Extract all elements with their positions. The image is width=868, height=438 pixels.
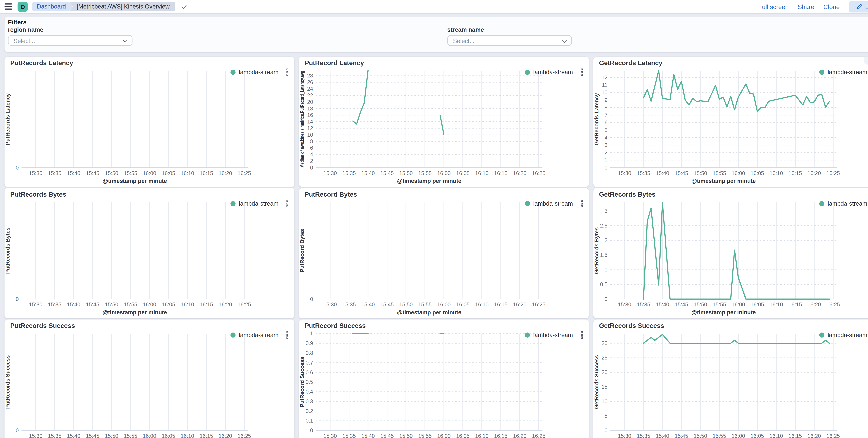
svg-text:16:15: 16:15: [788, 301, 802, 308]
svg-text:15:55: 15:55: [713, 301, 726, 308]
legend-series-label[interactable]: lambda-stream: [533, 200, 573, 207]
svg-text:0: 0: [310, 428, 313, 434]
panel-getrecords-success: GetRecords Success lambda-stream 0510152…: [593, 319, 868, 438]
hamburger-menu-icon[interactable]: [4, 4, 12, 9]
svg-text:16:05: 16:05: [751, 301, 764, 308]
legend-series-label[interactable]: lambda-stream: [828, 200, 867, 207]
legend-series-label[interactable]: lambda-stream: [239, 69, 278, 76]
legend: lambda-stream: [819, 331, 868, 339]
svg-text:16:20: 16:20: [807, 433, 821, 438]
svg-text:8: 8: [310, 139, 313, 145]
svg-text:16:15: 16:15: [494, 301, 507, 308]
svg-text:15:30: 15:30: [323, 301, 337, 308]
svg-text:15:45: 15:45: [86, 170, 99, 176]
svg-text:@timestamp per minute: @timestamp per minute: [397, 178, 461, 184]
svg-text:15:40: 15:40: [361, 301, 375, 308]
legend-series-label[interactable]: lambda-stream: [239, 331, 278, 338]
svg-text:15:50: 15:50: [399, 433, 413, 438]
svg-text:16:05: 16:05: [456, 433, 470, 438]
clone-button[interactable]: Clone: [824, 3, 840, 10]
svg-text:12: 12: [307, 125, 313, 131]
svg-text:16:25: 16:25: [827, 170, 840, 176]
svg-text:16:20: 16:20: [219, 301, 232, 308]
svg-text:2: 2: [310, 158, 313, 164]
svg-text:PutRecords Success: PutRecords Success: [5, 355, 11, 409]
svg-text:16:00: 16:00: [143, 301, 156, 308]
legend-series-dot: [525, 201, 530, 206]
region-name-select[interactable]: Select...: [8, 35, 133, 46]
panel-title[interactable]: GetRecords Success: [599, 322, 664, 329]
panel-title[interactable]: PutRecord Latency: [305, 59, 364, 66]
legend-series-label[interactable]: lambda-stream: [828, 331, 867, 338]
stream-name-select[interactable]: Select...: [447, 35, 572, 46]
svg-text:15:45: 15:45: [380, 301, 394, 308]
svg-text:16:25: 16:25: [532, 170, 546, 176]
svg-text:16:00: 16:00: [437, 301, 451, 308]
svg-text:0.3: 0.3: [306, 399, 313, 405]
svg-text:0: 0: [604, 296, 608, 302]
legend-series-label[interactable]: lambda-stream: [533, 331, 573, 338]
svg-text:16:10: 16:10: [770, 170, 783, 176]
svg-text:16:00: 16:00: [437, 433, 451, 438]
legend-actions-icon[interactable]: [580, 331, 583, 339]
svg-text:16:10: 16:10: [181, 433, 194, 438]
space-avatar[interactable]: D: [18, 1, 28, 12]
dashboard-app: D Dashboard [Metricbeat AWS] Kinesis Ove…: [0, 0, 868, 438]
svg-text:16:10: 16:10: [475, 433, 489, 438]
legend-actions-icon[interactable]: [286, 199, 289, 208]
svg-text:15:50: 15:50: [694, 433, 707, 438]
edit-button[interactable]: Edit: [849, 1, 868, 12]
svg-text:15:55: 15:55: [418, 170, 432, 176]
svg-text:0.9: 0.9: [306, 340, 313, 346]
svg-text:@timestamp per minute: @timestamp per minute: [691, 309, 756, 316]
svg-text:0: 0: [16, 165, 19, 171]
svg-text:4: 4: [604, 135, 608, 141]
svg-text:15:40: 15:40: [67, 170, 81, 176]
svg-text:1: 1: [310, 330, 313, 337]
svg-text:15:45: 15:45: [380, 433, 394, 438]
svg-text:15:50: 15:50: [399, 170, 413, 176]
breadcrumb: Dashboard [Metricbeat AWS] Kinesis Overv…: [32, 2, 175, 11]
svg-text:0.6: 0.6: [306, 370, 313, 376]
legend-series-label[interactable]: lambda-stream: [239, 200, 278, 207]
legend-actions-icon[interactable]: [286, 331, 289, 339]
chevron-down-icon: [123, 37, 128, 42]
svg-text:15:55: 15:55: [124, 433, 137, 438]
legend-actions-icon[interactable]: [286, 68, 289, 76]
legend: lambda-stream: [525, 199, 583, 208]
svg-text:15:40: 15:40: [656, 170, 669, 176]
svg-text:0: 0: [16, 296, 19, 302]
svg-text:16:00: 16:00: [143, 170, 156, 176]
legend-series-label[interactable]: lambda-stream: [828, 69, 867, 76]
filters-title: Filters: [8, 19, 27, 26]
legend-actions-icon[interactable]: [580, 199, 583, 208]
panel-title[interactable]: PutRecord Success: [305, 322, 366, 329]
legend-series-label[interactable]: lambda-stream: [533, 69, 573, 76]
svg-text:@timestamp per minute: @timestamp per minute: [102, 309, 167, 316]
svg-text:3: 3: [604, 142, 608, 148]
panel-title[interactable]: PutRecord Bytes: [305, 191, 357, 198]
panel-title[interactable]: PutRecords Success: [10, 322, 75, 329]
panel-title[interactable]: PutRecords Bytes: [10, 191, 66, 198]
svg-text:20: 20: [601, 369, 608, 375]
svg-text:16:05: 16:05: [162, 170, 175, 176]
legend-actions-icon[interactable]: [580, 68, 583, 76]
svg-text:0.8: 0.8: [306, 350, 313, 356]
svg-text:0.7: 0.7: [306, 360, 313, 366]
legend: lambda-stream: [230, 68, 289, 76]
breadcrumb-current-dashboard[interactable]: [Metricbeat AWS] Kinesis Overview: [69, 2, 175, 11]
svg-text:16:10: 16:10: [181, 170, 194, 176]
share-button[interactable]: Share: [798, 3, 814, 10]
svg-text:15:55: 15:55: [418, 301, 432, 308]
panel-title[interactable]: GetRecords Latency: [599, 59, 662, 66]
breadcrumb-dashboard[interactable]: Dashboard: [32, 2, 73, 11]
svg-text:16:00: 16:00: [732, 301, 745, 308]
svg-text:0: 0: [604, 165, 608, 171]
svg-text:15:50: 15:50: [694, 170, 707, 176]
panel-title[interactable]: GetRecords Bytes: [599, 191, 655, 198]
pencil-icon: [856, 3, 862, 10]
svg-text:15:30: 15:30: [618, 170, 631, 176]
full-screen-button[interactable]: Full screen: [758, 3, 789, 10]
legend-series-dot: [525, 332, 530, 338]
panel-title[interactable]: PutRecords Latency: [10, 59, 73, 66]
